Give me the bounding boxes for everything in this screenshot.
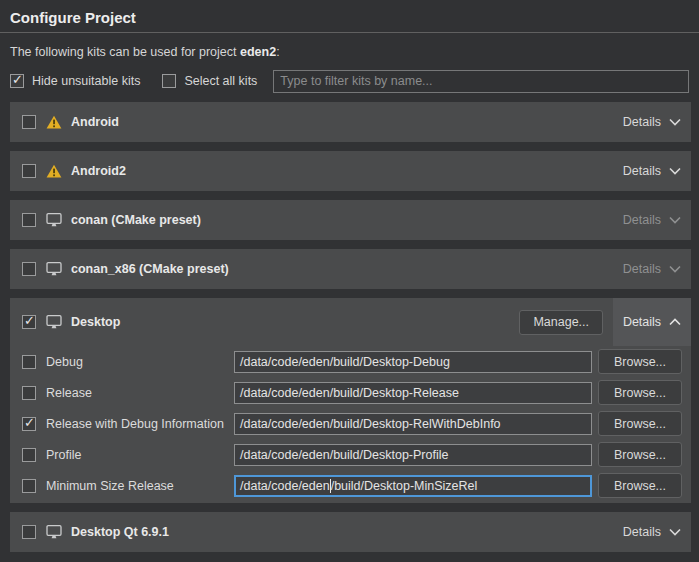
- kit-checkbox[interactable]: [22, 315, 36, 329]
- kit-filter-input[interactable]: [273, 70, 689, 93]
- kit-checkbox[interactable]: [22, 525, 36, 539]
- kit-name: conan (CMake preset): [71, 213, 201, 227]
- warning-icon: [46, 164, 62, 178]
- chevron-down-icon: [669, 528, 681, 536]
- configure-project-page: Configure Project The following kits can…: [0, 0, 699, 562]
- kit-panel-desktop: Desktop Manage... Details Debug /data/co…: [10, 298, 691, 503]
- build-config-row-profile: Profile /data/code/eden/build/Desktop-Pr…: [10, 439, 691, 470]
- details-toggle-expanded[interactable]: Details: [613, 298, 691, 346]
- kit-row-android2: Android2 Details: [10, 151, 691, 191]
- browse-button[interactable]: Browse...: [598, 411, 682, 436]
- build-config-row-release: Release /data/code/eden/build/Desktop-Re…: [10, 377, 691, 408]
- chevron-down-icon: [669, 118, 681, 126]
- build-dir-input[interactable]: /data/code/eden/build/Desktop-Profile: [234, 444, 592, 466]
- build-config-checkbox[interactable]: [22, 355, 36, 369]
- details-toggle[interactable]: Details: [623, 525, 681, 539]
- details-toggle[interactable]: Details: [623, 115, 681, 129]
- build-config-row-debug: Debug /data/code/eden/build/Desktop-Debu…: [10, 346, 691, 377]
- browse-button[interactable]: Browse...: [598, 442, 682, 467]
- build-config-checkbox[interactable]: [22, 448, 36, 462]
- desktop-monitor-icon: [46, 525, 62, 539]
- browse-button[interactable]: Browse...: [598, 349, 682, 374]
- build-dir-value-before-caret: /data/code/eden: [240, 479, 330, 493]
- kit-checkbox[interactable]: [22, 262, 36, 276]
- kit-name: Android: [71, 115, 119, 129]
- kit-checkbox[interactable]: [22, 213, 36, 227]
- select-all-checkbox[interactable]: [162, 74, 176, 88]
- manage-kits-button[interactable]: Manage...: [519, 310, 603, 335]
- chevron-up-icon: [669, 318, 681, 326]
- build-config-row-relwithdebinfo: Release with Debug Information /data/cod…: [10, 408, 691, 439]
- desktop-monitor-icon: [46, 213, 62, 227]
- kit-row-desktop-qt: Desktop Qt 6.9.1 Details: [10, 512, 691, 552]
- chevron-down-icon: [669, 265, 681, 273]
- build-dir-value: /data/code/eden/build/Desktop-Profile: [240, 448, 448, 462]
- kit-filter-row: Hide unsuitable kits Select all kits: [10, 69, 689, 93]
- kits-intro-text: The following kits can be used for proje…: [10, 45, 689, 59]
- kit-row-desktop: Desktop Manage... Details: [10, 298, 691, 346]
- project-name: eden2: [240, 45, 276, 59]
- build-config-label: Release: [46, 386, 234, 400]
- details-toggle[interactable]: Details: [623, 164, 681, 178]
- build-dir-value: /data/code/eden/build/Desktop-RelWithDeb…: [240, 417, 501, 431]
- details-label: Details: [623, 525, 661, 539]
- kit-name: Desktop Qt 6.9.1: [71, 525, 169, 539]
- build-dir-input[interactable]: /data/code/eden/build/Desktop-Release: [234, 382, 592, 404]
- build-config-checkbox[interactable]: [22, 479, 36, 493]
- build-config-label: Debug: [46, 355, 234, 369]
- details-toggle[interactable]: Details: [623, 262, 681, 276]
- build-dir-input[interactable]: /data/code/eden/build/Desktop-Debug: [234, 351, 592, 373]
- build-dir-value-after-caret: /build/Desktop-MinSizeRel: [331, 479, 478, 493]
- select-all-label: Select all kits: [184, 74, 257, 88]
- build-config-label: Release with Debug Information: [46, 417, 234, 431]
- browse-button[interactable]: Browse...: [598, 380, 682, 405]
- warning-icon: [46, 115, 62, 129]
- kit-checkbox[interactable]: [22, 164, 36, 178]
- kit-row-conan: conan (CMake preset) Details: [10, 200, 691, 240]
- details-label: Details: [623, 213, 661, 227]
- kit-name: Desktop: [71, 315, 120, 329]
- hide-unsuitable-checkbox[interactable]: [10, 74, 24, 88]
- build-dir-input-focused[interactable]: /data/code/eden/build/Desktop-MinSizeRel: [234, 475, 592, 497]
- kit-name: Android2: [71, 164, 126, 178]
- desktop-monitor-icon: [46, 262, 62, 276]
- chevron-down-icon: [669, 167, 681, 175]
- build-config-row-minsizerel: Minimum Size Release /data/code/eden/bui…: [10, 470, 691, 501]
- kit-list: Android Details Android2 Details: [0, 102, 699, 552]
- details-label: Details: [623, 262, 661, 276]
- page-title-bar: Configure Project: [0, 0, 699, 33]
- kit-checkbox[interactable]: [22, 115, 36, 129]
- kit-name: conan_x86 (CMake preset): [71, 262, 229, 276]
- select-all-group: Select all kits: [162, 74, 257, 88]
- build-config-label: Profile: [46, 448, 234, 462]
- intro-suffix: :: [276, 45, 279, 59]
- details-label: Details: [623, 315, 661, 329]
- hide-unsuitable-label: Hide unsuitable kits: [32, 74, 140, 88]
- details-toggle[interactable]: Details: [623, 213, 681, 227]
- browse-button[interactable]: Browse...: [598, 473, 682, 498]
- page-title: Configure Project: [10, 9, 689, 26]
- hide-unsuitable-group: Hide unsuitable kits: [10, 74, 140, 88]
- details-label: Details: [623, 164, 661, 178]
- kit-row-android: Android Details: [10, 102, 691, 142]
- kit-row-conan-x86: conan_x86 (CMake preset) Details: [10, 249, 691, 289]
- build-dir-value: /data/code/eden/build/Desktop-Release: [240, 386, 459, 400]
- build-config-label: Minimum Size Release: [46, 479, 234, 493]
- build-dir-value: /data/code/eden/build/Desktop-Debug: [240, 355, 450, 369]
- intro-prefix: The following kits can be used for proje…: [10, 45, 240, 59]
- desktop-monitor-icon: [46, 315, 62, 329]
- build-dir-input[interactable]: /data/code/eden/build/Desktop-RelWithDeb…: [234, 413, 592, 435]
- build-config-checkbox[interactable]: [22, 386, 36, 400]
- chevron-down-icon: [669, 216, 681, 224]
- details-label: Details: [623, 115, 661, 129]
- build-config-checkbox[interactable]: [22, 417, 36, 431]
